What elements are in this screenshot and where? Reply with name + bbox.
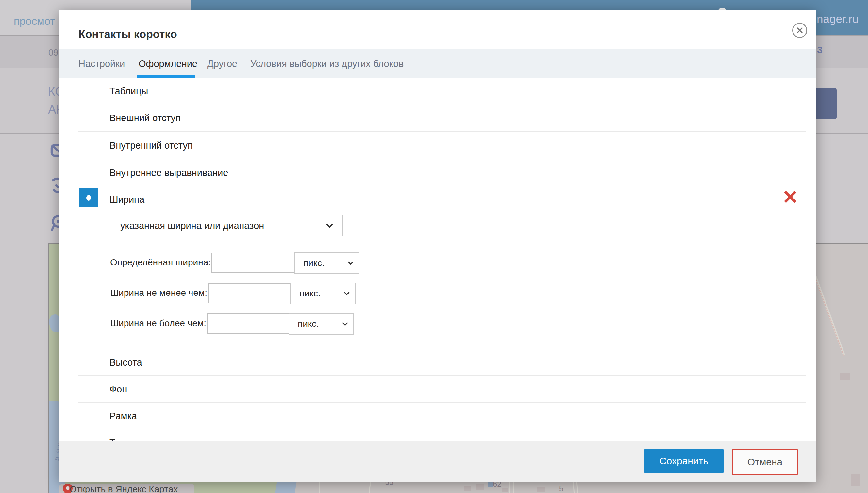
row-label: Рамка [109,411,137,422]
tab-oformlenie[interactable]: Оформление [139,49,197,78]
screen: просмот nager.ru 09 3 КО АН 55 [0,0,868,493]
tab-nastroyki[interactable]: Настройки [78,49,125,78]
width-section-label: Ширина [109,194,144,205]
exact-width-label: Определённая ширина: [106,252,211,273]
row-fon[interactable]: Фон [78,376,806,403]
chevron-down-icon [348,261,354,265]
exact-width-input[interactable] [211,253,300,273]
max-width-input[interactable] [207,314,294,334]
remove-width-setting-icon[interactable] [784,191,796,203]
chevron-down-icon [342,322,348,326]
min-width-input[interactable] [208,283,296,303]
map-building [502,488,507,492]
block-settings-dialog: Контакты коротко Настройки Оформление Др… [59,10,816,481]
background-heading-fragment: КО [48,85,59,99]
dialog-footer: Сохранить Отмена [59,441,816,481]
unit-value: пикс. [298,319,319,329]
open-in-yandex-maps-label: Открыть в Яндекс Картах [69,484,178,493]
tab-usloviya-vyborki[interactable]: Условия выборки из других блоков [250,49,404,78]
max-width-label: Ширина не более чем: [106,313,206,334]
tab-drugoe[interactable]: Другое [207,49,237,78]
map-building [476,484,484,490]
row-label: Внутреннее выравнивание [109,168,228,178]
save-button[interactable]: Сохранить [644,449,724,473]
row-ramka[interactable]: Рамка [78,402,806,429]
map-road [319,480,320,493]
exact-width-unit-select[interactable]: пикс. [294,252,360,274]
background-number-right: 3 [817,44,823,56]
map-building [840,373,850,380]
dialog-title: Контакты коротко [78,28,177,41]
width-section: Ширина указанная ширина или диапазон Опр… [78,186,806,349]
row-label: Внутренний отступ [109,140,193,151]
chevron-down-icon [326,223,334,228]
cancel-button[interactable]: Отмена [732,449,798,475]
close-icon[interactable] [792,23,807,38]
background-view-link: просмот [14,15,55,27]
row-vysota[interactable]: Высота [78,349,806,376]
checkbox-dot-icon [86,195,91,201]
map-building [464,486,471,491]
row-label: Фон [109,384,127,395]
min-width-label: Ширина не менее чем: [106,282,207,303]
active-tab-underline [137,76,196,78]
dialog-tabbar: Настройки Оформление Другое Условия выбо… [59,49,816,78]
background-number-left: 09 [48,48,58,58]
row-tablicy[interactable]: Таблицы [78,78,806,104]
row-label: Таблицы [109,86,148,97]
map-building [537,488,545,492]
min-width-unit-select[interactable]: пикс. [290,283,356,304]
width-enabled-checkbox[interactable] [79,188,98,207]
row-vnutrennee-vyravnivanie[interactable]: Внутреннее выравнивание [78,159,806,187]
row-label: Высота [109,357,142,368]
row-vnutrenniy-otstup[interactable]: Внутренний отступ [78,131,806,159]
map-house-number: 5 [559,484,563,493]
unit-value: пикс. [299,288,321,299]
site-domain-text: nager.ru [817,13,859,25]
unit-value: пикс. [303,258,324,269]
background-heading-fragment: АН [48,103,59,116]
map-building [851,474,860,486]
row-label: Внешний отступ [109,113,181,123]
max-width-unit-select[interactable]: пикс. [288,313,354,335]
row-vneshniy-otstup[interactable]: Внешний отступ [78,104,806,132]
width-mode-select[interactable]: указанная ширина или диапазон [110,215,343,236]
width-mode-value: указанная ширина или диапазон [120,220,264,231]
chevron-down-icon [344,292,350,296]
